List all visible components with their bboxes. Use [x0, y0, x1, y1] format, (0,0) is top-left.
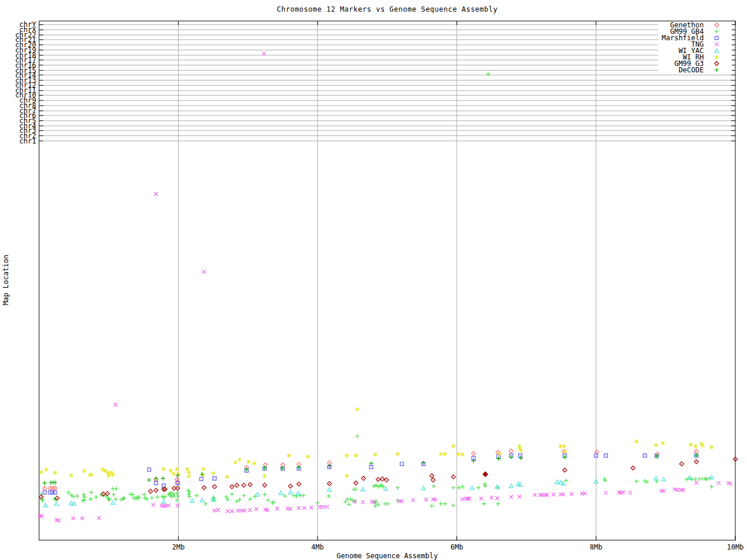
- chart-canvas: Chromosome 12 Markers vs Genome Sequence…: [0, 0, 747, 560]
- series-tng: [38, 52, 732, 522]
- plot-border: [39, 21, 735, 540]
- tick-marks: [39, 21, 735, 540]
- y-tick-label: chrY: [19, 20, 37, 29]
- gridlines: [39, 21, 735, 540]
- y-tick-labels: chr1chr2chr3chr4chr5chr6chr7chr8chr9chr1…: [15, 20, 37, 145]
- legend-label: DeCODE: [679, 66, 704, 74]
- highlight-point: [483, 472, 488, 477]
- legend-marker: [714, 55, 718, 59]
- x-tick-labels: 2Mb4Mb6Mb8Mb10Mb: [172, 543, 744, 551]
- legend: GenethonGM99 GB4MarshfieldTNGWI YACWI RH…: [658, 21, 732, 74]
- scatter-plot: chr1chr2chr3chr4chr5chr6chr7chr8chr9chr1…: [0, 0, 747, 560]
- series-decode: [43, 453, 699, 485]
- x-tick-label: 6Mb: [451, 543, 463, 551]
- x-tick-label: 2Mb: [172, 543, 185, 551]
- series-wi-rh: [39, 407, 714, 479]
- series-marshfield: [43, 454, 699, 494]
- series-genethon: [43, 449, 699, 490]
- x-tick-label: 8Mb: [590, 543, 603, 551]
- series-gm99-g3: [39, 457, 738, 501]
- x-tick-label: 4Mb: [311, 543, 324, 551]
- series-gm99-gb4: [39, 72, 714, 508]
- x-tick-label: 10Mb: [727, 543, 744, 551]
